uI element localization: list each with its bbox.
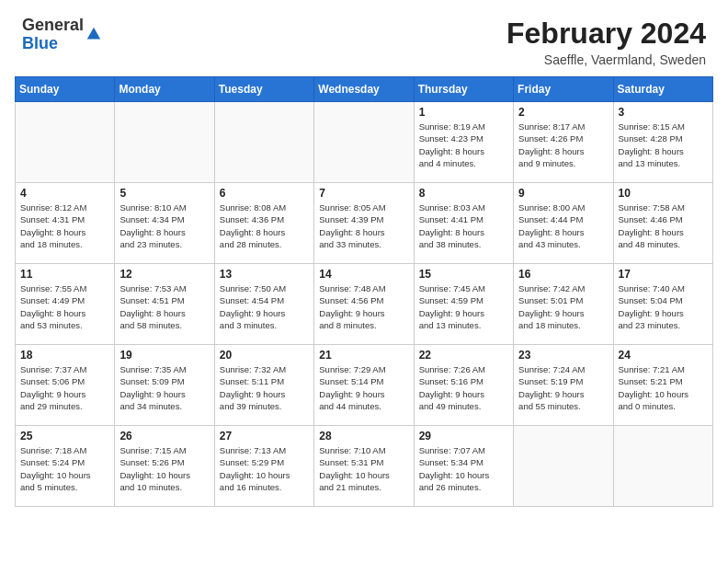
subtitle: Saeffle, Vaermland, Sweden [506,52,706,67]
svg-marker-0 [87,28,100,40]
day-number: 8 [419,187,508,200]
day-number: 13 [220,268,309,281]
calendar-cell: 18Sunrise: 7:37 AMSunset: 5:06 PMDayligh… [16,345,115,426]
day-info: Sunrise: 8:15 AMSunset: 4:28 PMDaylight:… [619,121,708,169]
day-number: 21 [319,349,408,362]
day-number: 7 [319,187,408,200]
weekday-header-row: SundayMondayTuesdayWednesdayThursdayFrid… [16,77,713,102]
calendar-cell [613,426,712,507]
day-number: 9 [518,187,608,200]
day-info: Sunrise: 8:10 AMSunset: 4:34 PMDaylight:… [119,201,209,250]
calendar-cell: 10Sunrise: 7:58 AMSunset: 4:46 PMDayligh… [613,183,712,264]
day-info: Sunrise: 8:00 AMSunset: 4:44 PMDaylight:… [518,201,608,250]
calendar-week-row: 1Sunrise: 8:19 AMSunset: 4:23 PMDaylight… [16,102,713,183]
day-number: 29 [419,430,508,442]
day-info: Sunrise: 8:08 AMSunset: 4:36 PMDaylight:… [220,201,309,250]
weekday-header-monday: Monday [115,77,214,102]
calendar-cell [314,102,414,183]
main-title: February 2024 [506,17,706,51]
calendar-week-row: 11Sunrise: 7:55 AMSunset: 4:49 PMDayligh… [16,264,713,345]
day-info: Sunrise: 7:45 AMSunset: 4:59 PMDaylight:… [419,282,508,331]
weekday-header-thursday: Thursday [414,77,513,102]
calendar-cell [16,102,115,183]
weekday-header-saturday: Saturday [613,77,712,102]
day-number: 27 [220,430,309,442]
day-info: Sunrise: 8:12 AMSunset: 4:31 PMDaylight:… [20,201,109,250]
calendar-cell: 19Sunrise: 7:35 AMSunset: 5:09 PMDayligh… [115,345,214,426]
day-info: Sunrise: 7:42 AMSunset: 5:01 PMDaylight:… [518,282,608,331]
day-number: 19 [119,349,209,362]
day-number: 14 [319,268,408,281]
calendar-cell: 2Sunrise: 8:17 AMSunset: 4:26 PMDaylight… [514,102,613,183]
calendar-cell: 25Sunrise: 7:18 AMSunset: 5:24 PMDayligh… [16,426,115,507]
day-number: 28 [319,430,408,442]
logo-blue: Blue [22,35,84,53]
day-number: 12 [119,268,209,281]
calendar-cell: 9Sunrise: 8:00 AMSunset: 4:44 PMDaylight… [514,183,613,264]
day-number: 6 [220,187,309,200]
day-info: Sunrise: 7:55 AMSunset: 4:49 PMDaylight:… [20,282,109,331]
calendar-cell: 24Sunrise: 7:21 AMSunset: 5:21 PMDayligh… [613,345,712,426]
day-info: Sunrise: 8:05 AMSunset: 4:39 PMDaylight:… [319,201,408,250]
day-info: Sunrise: 7:32 AMSunset: 5:11 PMDaylight:… [220,363,309,412]
day-info: Sunrise: 7:53 AMSunset: 4:51 PMDaylight:… [119,282,209,331]
day-info: Sunrise: 7:15 AMSunset: 5:26 PMDaylight:… [119,444,209,493]
calendar-cell: 28Sunrise: 7:10 AMSunset: 5:31 PMDayligh… [314,426,414,507]
calendar-cell: 11Sunrise: 7:55 AMSunset: 4:49 PMDayligh… [16,264,115,345]
calendar-cell: 21Sunrise: 7:29 AMSunset: 5:14 PMDayligh… [314,345,414,426]
weekday-header-sunday: Sunday [16,77,115,102]
calendar-cell: 23Sunrise: 7:24 AMSunset: 5:19 PMDayligh… [514,345,613,426]
day-info: Sunrise: 7:37 AMSunset: 5:06 PMDaylight:… [20,363,109,412]
calendar-cell: 3Sunrise: 8:15 AMSunset: 4:28 PMDaylight… [613,102,712,183]
calendar-cell: 15Sunrise: 7:45 AMSunset: 4:59 PMDayligh… [414,264,513,345]
logo-general: General [22,17,84,35]
weekday-header-wednesday: Wednesday [314,77,414,102]
calendar-cell: 1Sunrise: 8:19 AMSunset: 4:23 PMDaylight… [414,102,513,183]
day-number: 24 [619,349,708,362]
calendar-cell: 22Sunrise: 7:26 AMSunset: 5:16 PMDayligh… [414,345,513,426]
day-number: 18 [20,349,109,362]
weekday-header-tuesday: Tuesday [214,77,313,102]
calendar-week-row: 18Sunrise: 7:37 AMSunset: 5:06 PMDayligh… [16,345,713,426]
calendar-cell [514,426,613,507]
day-number: 4 [20,187,109,200]
calendar-cell: 6Sunrise: 8:08 AMSunset: 4:36 PMDaylight… [214,183,313,264]
day-info: Sunrise: 7:26 AMSunset: 5:16 PMDaylight:… [419,363,508,412]
day-number: 17 [619,268,708,281]
day-info: Sunrise: 7:48 AMSunset: 4:56 PMDaylight:… [319,282,408,331]
title-block: February 2024 Saeffle, Vaermland, Sweden [506,17,706,67]
day-info: Sunrise: 8:17 AMSunset: 4:26 PMDaylight:… [518,121,608,169]
calendar-cell: 17Sunrise: 7:40 AMSunset: 5:04 PMDayligh… [613,264,712,345]
day-info: Sunrise: 8:19 AMSunset: 4:23 PMDaylight:… [419,121,508,169]
calendar-cell: 4Sunrise: 8:12 AMSunset: 4:31 PMDaylight… [16,183,115,264]
calendar-wrapper: SundayMondayTuesdayWednesdayThursdayFrid… [0,76,728,516]
day-number: 23 [518,349,608,362]
calendar-cell: 27Sunrise: 7:13 AMSunset: 5:29 PMDayligh… [214,426,313,507]
day-info: Sunrise: 7:21 AMSunset: 5:21 PMDaylight:… [619,363,708,412]
day-info: Sunrise: 7:40 AMSunset: 5:04 PMDaylight:… [619,282,708,331]
day-info: Sunrise: 8:03 AMSunset: 4:41 PMDaylight:… [419,201,508,250]
day-info: Sunrise: 7:58 AMSunset: 4:46 PMDaylight:… [619,201,708,250]
calendar-table: SundayMondayTuesdayWednesdayThursdayFrid… [15,76,713,507]
day-number: 1 [419,106,508,119]
logo-icon [85,26,102,42]
day-info: Sunrise: 7:18 AMSunset: 5:24 PMDaylight:… [20,444,109,493]
calendar-cell: 14Sunrise: 7:48 AMSunset: 4:56 PMDayligh… [314,264,414,345]
calendar-cell [115,102,214,183]
calendar-cell: 5Sunrise: 8:10 AMSunset: 4:34 PMDaylight… [115,183,214,264]
day-number: 26 [119,430,209,442]
day-number: 20 [220,349,309,362]
day-info: Sunrise: 7:29 AMSunset: 5:14 PMDaylight:… [319,363,408,412]
day-info: Sunrise: 7:35 AMSunset: 5:09 PMDaylight:… [119,363,209,412]
day-info: Sunrise: 7:24 AMSunset: 5:19 PMDaylight:… [518,363,608,412]
day-number: 11 [20,268,109,281]
day-info: Sunrise: 7:07 AMSunset: 5:34 PMDaylight:… [419,444,508,493]
calendar-cell: 13Sunrise: 7:50 AMSunset: 4:54 PMDayligh… [214,264,313,345]
calendar-cell [214,102,313,183]
day-number: 22 [419,349,508,362]
day-number: 2 [518,106,608,119]
calendar-cell: 7Sunrise: 8:05 AMSunset: 4:39 PMDaylight… [314,183,414,264]
day-number: 15 [419,268,508,281]
weekday-header-friday: Friday [514,77,613,102]
day-number: 3 [619,106,708,119]
